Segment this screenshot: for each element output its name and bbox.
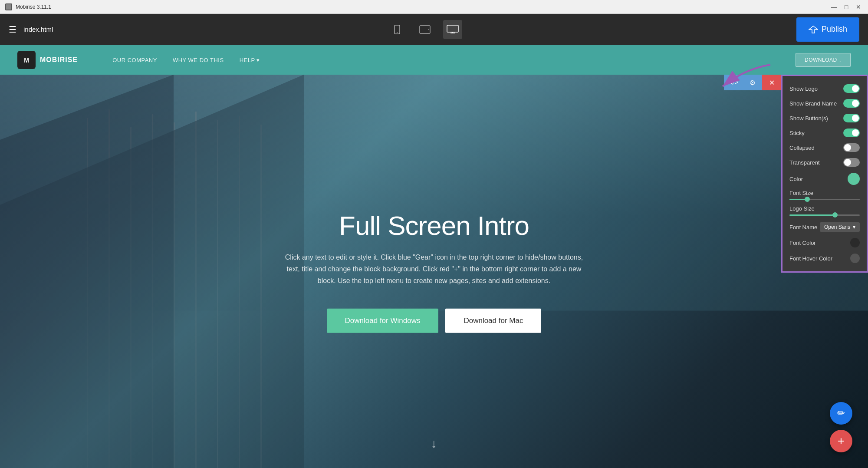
hero-buttons: Download for Windows Download for Mac [239, 308, 629, 333]
preview-nav: M MOBIRISE OUR COMPANY WHY WE DO THIS HE… [0, 45, 868, 75]
svg-rect-5 [447, 25, 458, 32]
show-brand-name-row: Show Brand Name [789, 96, 860, 111]
title-bar-controls: — □ ✕ [830, 3, 863, 11]
menu-icon[interactable]: ☰ [9, 24, 16, 35]
nav-links: OUR COMPANY WHY WE DO THIS HELP ▾ [112, 57, 260, 63]
svg-rect-0 [6, 4, 11, 10]
font-hover-color-row: Font Hover Color [789, 250, 860, 266]
logo-size-container: Logo Size [789, 204, 860, 219]
svg-point-4 [428, 29, 429, 30]
font-name-label: Font Name [789, 224, 817, 231]
scroll-indicator[interactable]: ↓ [431, 437, 437, 451]
nav-logo: M MOBIRISE [17, 51, 78, 69]
show-brand-label: Show Brand Name [789, 100, 837, 107]
svg-text:M: M [24, 57, 29, 64]
hero-content: Full Screen Intro Click any text to edit… [239, 210, 629, 333]
title-bar: Mobirise 3.11.1 — □ ✕ [0, 0, 868, 14]
toolbar-center [388, 20, 462, 39]
sticky-label: Sticky [789, 130, 805, 136]
sticky-row: Sticky [789, 125, 860, 140]
font-size-label: Font Size [789, 190, 860, 196]
code-edit-button[interactable]: </> [724, 75, 743, 90]
transparent-toggle[interactable] [843, 158, 860, 167]
hero-subtitle[interactable]: Click any text to edit or style it. Clic… [278, 251, 590, 287]
font-color-label: Font Color [789, 240, 816, 246]
collapsed-row: Collapsed [789, 140, 860, 155]
download-windows-button[interactable]: Download for Windows [327, 308, 439, 333]
minimize-button[interactable]: — [830, 3, 838, 11]
gear-edit-button[interactable]: ⚙ [743, 75, 762, 90]
svg-marker-19 [0, 75, 174, 468]
font-color-row: Font Color [789, 235, 860, 250]
font-size-container: Font Size [789, 188, 860, 204]
logo-size-label: Logo Size [789, 205, 860, 212]
website-preview: M MOBIRISE OUR COMPANY WHY WE DO THIS HE… [0, 45, 868, 468]
hero-title[interactable]: Full Screen Intro [239, 210, 629, 241]
app-icon [5, 3, 12, 10]
hero-section: Full Screen Intro Click any text to edit… [0, 75, 868, 468]
download-mac-button[interactable]: Download for Mac [445, 308, 541, 333]
publish-button[interactable]: Publish [796, 17, 859, 42]
collapsed-label: Collapsed [789, 145, 815, 151]
nav-download-button[interactable]: DOWNLOAD ↓ [796, 53, 851, 67]
main-content: M MOBIRISE OUR COMPANY WHY WE DO THIS HE… [0, 45, 868, 468]
toolbar-left: ☰ index.html [9, 24, 53, 35]
color-label: Color [789, 176, 803, 182]
color-swatch[interactable] [848, 173, 860, 185]
mobile-view-button[interactable] [388, 20, 407, 39]
font-size-slider[interactable] [789, 199, 860, 200]
transparent-row: Transparent [789, 155, 860, 170]
nav-right: DOWNLOAD ↓ [796, 53, 851, 67]
collapsed-toggle[interactable] [843, 143, 860, 152]
color-row: Color [789, 170, 860, 188]
file-name: index.html [23, 26, 53, 33]
font-hover-color-label: Font Hover Color [789, 255, 832, 262]
close-button[interactable]: ✕ [854, 3, 863, 11]
logo-size-slider[interactable] [789, 214, 860, 216]
fab-add-button[interactable]: + [830, 430, 852, 452]
nav-link-help[interactable]: HELP ▾ [240, 57, 260, 63]
sticky-toggle[interactable] [843, 129, 860, 137]
svg-point-2 [397, 32, 398, 33]
show-brand-toggle[interactable] [843, 99, 860, 108]
nav-link-company[interactable]: OUR COMPANY [112, 57, 157, 63]
settings-panel: Show Logo Show Brand Name Show Button(s)… [781, 75, 868, 273]
font-name-row: Font Name Open Sans ▾ [789, 219, 860, 235]
show-logo-row: Show Logo [789, 81, 860, 96]
desktop-view-button[interactable] [443, 20, 462, 39]
tablet-view-button[interactable] [415, 20, 434, 39]
show-buttons-row: Show Button(s) [789, 111, 860, 125]
show-logo-label: Show Logo [789, 86, 818, 92]
title-bar-left: Mobirise 3.11.1 [5, 3, 51, 10]
show-logo-toggle[interactable] [843, 84, 860, 93]
font-hover-color-swatch[interactable] [850, 254, 860, 263]
edit-toolbar: </> ⚙ ✕ [724, 75, 781, 90]
nav-link-why[interactable]: WHY WE DO THIS [173, 57, 224, 63]
fab-edit-button[interactable]: ✏ [830, 402, 852, 425]
publish-label: Publish [822, 25, 847, 34]
nav-logo-icon: M [17, 51, 36, 69]
show-buttons-label: Show Button(s) [789, 115, 828, 122]
delete-block-button[interactable]: ✕ [762, 75, 781, 90]
show-buttons-toggle[interactable] [843, 114, 860, 122]
app-toolbar: ☰ index.html Publish [0, 14, 868, 45]
transparent-label: Transparent [789, 159, 820, 166]
maximize-button[interactable]: □ [842, 3, 851, 11]
nav-logo-text: MOBIRISE [40, 56, 78, 64]
font-color-swatch[interactable] [850, 238, 860, 247]
font-name-select[interactable]: Open Sans ▾ [820, 222, 860, 232]
toolbar-right: Publish [796, 17, 859, 42]
app-title: Mobirise 3.11.1 [16, 4, 51, 10]
